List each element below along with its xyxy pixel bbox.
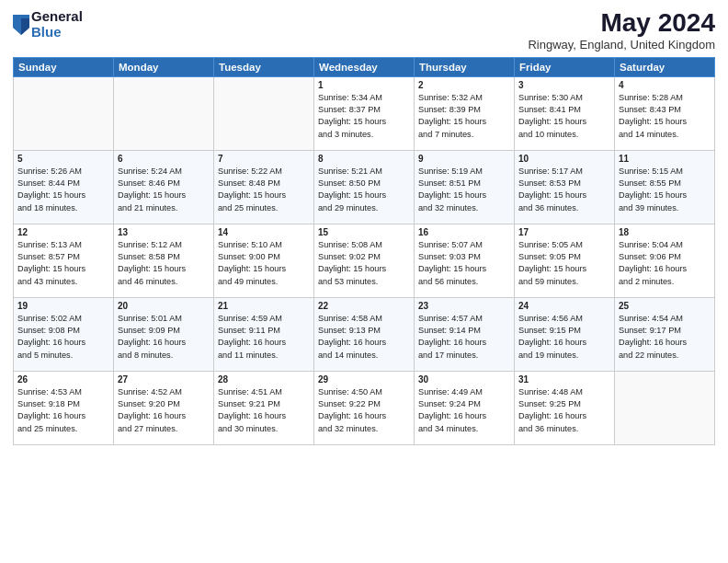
- calendar-cell: 3Sunrise: 5:30 AM Sunset: 8:41 PM Daylig…: [515, 76, 615, 150]
- calendar-cell: 28Sunrise: 4:51 AM Sunset: 9:21 PM Dayli…: [214, 371, 314, 444]
- calendar-cell: 26Sunrise: 4:53 AM Sunset: 9:18 PM Dayli…: [14, 371, 114, 444]
- col-tuesday: Tuesday: [214, 57, 314, 76]
- calendar-cell: [615, 371, 715, 444]
- calendar-cell: 16Sunrise: 5:07 AM Sunset: 9:03 PM Dayli…: [415, 224, 515, 297]
- day-info: Sunrise: 4:54 AM Sunset: 9:17 PM Dayligh…: [619, 313, 711, 362]
- day-number: 4: [619, 80, 711, 90]
- day-info: Sunrise: 5:08 AM Sunset: 9:02 PM Dayligh…: [318, 239, 410, 288]
- day-info: Sunrise: 5:13 AM Sunset: 8:57 PM Dayligh…: [17, 239, 109, 288]
- calendar-cell: 6Sunrise: 5:24 AM Sunset: 8:46 PM Daylig…: [114, 150, 214, 224]
- day-number: 17: [518, 227, 610, 237]
- calendar-cell: 14Sunrise: 5:10 AM Sunset: 9:00 PM Dayli…: [214, 224, 314, 297]
- calendar-cell: 11Sunrise: 5:15 AM Sunset: 8:55 PM Dayli…: [615, 150, 715, 224]
- calendar-cell: 2Sunrise: 5:32 AM Sunset: 8:39 PM Daylig…: [415, 76, 515, 150]
- day-number: 19: [17, 301, 109, 311]
- col-monday: Monday: [114, 57, 214, 76]
- calendar-header-row: Sunday Monday Tuesday Wednesday Thursday…: [14, 57, 715, 76]
- day-number: 21: [218, 301, 310, 311]
- calendar-cell: 25Sunrise: 4:54 AM Sunset: 9:17 PM Dayli…: [615, 297, 715, 371]
- calendar-cell: 17Sunrise: 5:05 AM Sunset: 9:05 PM Dayli…: [515, 224, 615, 297]
- day-info: Sunrise: 5:28 AM Sunset: 8:43 PM Dayligh…: [619, 92, 711, 141]
- calendar-cell: 18Sunrise: 5:04 AM Sunset: 9:06 PM Dayli…: [615, 224, 715, 297]
- calendar-cell: [14, 76, 114, 150]
- day-info: Sunrise: 5:04 AM Sunset: 9:06 PM Dayligh…: [619, 239, 711, 288]
- calendar-cell: 24Sunrise: 4:56 AM Sunset: 9:15 PM Dayli…: [515, 297, 615, 371]
- page-header: General Blue May 2024 Ringway, England, …: [13, 9, 715, 52]
- calendar-cell: 21Sunrise: 4:59 AM Sunset: 9:11 PM Dayli…: [214, 297, 314, 371]
- col-wednesday: Wednesday: [314, 57, 415, 76]
- col-thursday: Thursday: [415, 57, 515, 76]
- day-number: 9: [418, 154, 510, 164]
- day-number: 12: [17, 227, 109, 237]
- calendar-cell: 9Sunrise: 5:19 AM Sunset: 8:51 PM Daylig…: [415, 150, 515, 224]
- calendar-cell: 1Sunrise: 5:34 AM Sunset: 8:37 PM Daylig…: [314, 76, 415, 150]
- day-number: 1: [318, 80, 410, 90]
- calendar-cell: 22Sunrise: 4:58 AM Sunset: 9:13 PM Dayli…: [314, 297, 415, 371]
- day-info: Sunrise: 4:51 AM Sunset: 9:21 PM Dayligh…: [218, 386, 310, 435]
- calendar-cell: [214, 76, 314, 150]
- calendar-cell: 13Sunrise: 5:12 AM Sunset: 8:58 PM Dayli…: [114, 224, 214, 297]
- day-info: Sunrise: 4:49 AM Sunset: 9:24 PM Dayligh…: [418, 386, 510, 435]
- day-info: Sunrise: 4:53 AM Sunset: 9:18 PM Dayligh…: [17, 386, 109, 435]
- day-number: 7: [218, 154, 310, 164]
- day-number: 8: [318, 154, 410, 164]
- day-number: 23: [418, 301, 510, 311]
- day-number: 27: [118, 374, 210, 385]
- calendar-cell: 7Sunrise: 5:22 AM Sunset: 8:48 PM Daylig…: [214, 150, 314, 224]
- logo-blue-text: Blue: [31, 25, 83, 40]
- logo-general-text: General: [31, 9, 83, 25]
- calendar-table: Sunday Monday Tuesday Wednesday Thursday…: [13, 57, 715, 445]
- day-info: Sunrise: 5:22 AM Sunset: 8:48 PM Dayligh…: [218, 166, 310, 214]
- day-number: 13: [118, 227, 210, 237]
- day-info: Sunrise: 4:52 AM Sunset: 9:20 PM Dayligh…: [118, 386, 210, 435]
- day-number: 29: [318, 374, 410, 385]
- day-number: 16: [418, 227, 510, 237]
- day-info: Sunrise: 4:57 AM Sunset: 9:14 PM Dayligh…: [418, 313, 510, 362]
- day-number: 2: [418, 80, 510, 90]
- calendar-cell: 27Sunrise: 4:52 AM Sunset: 9:20 PM Dayli…: [114, 371, 214, 444]
- day-number: 18: [619, 227, 711, 237]
- day-number: 22: [318, 301, 410, 311]
- day-info: Sunrise: 4:48 AM Sunset: 9:25 PM Dayligh…: [518, 386, 610, 435]
- day-info: Sunrise: 4:50 AM Sunset: 9:22 PM Dayligh…: [318, 386, 410, 435]
- day-number: 14: [218, 227, 310, 237]
- calendar-week-5: 26Sunrise: 4:53 AM Sunset: 9:18 PM Dayli…: [14, 371, 715, 444]
- day-info: Sunrise: 5:12 AM Sunset: 8:58 PM Dayligh…: [118, 239, 210, 288]
- main-title: May 2024: [528, 9, 715, 38]
- logo: General Blue: [13, 9, 83, 40]
- calendar-cell: 30Sunrise: 4:49 AM Sunset: 9:24 PM Dayli…: [415, 371, 515, 444]
- day-info: Sunrise: 5:21 AM Sunset: 8:50 PM Dayligh…: [318, 166, 410, 214]
- day-info: Sunrise: 4:56 AM Sunset: 9:15 PM Dayligh…: [518, 313, 610, 362]
- col-saturday: Saturday: [615, 57, 715, 76]
- svg-marker-1: [21, 18, 29, 35]
- day-info: Sunrise: 5:24 AM Sunset: 8:46 PM Dayligh…: [118, 166, 210, 214]
- calendar-cell: 19Sunrise: 5:02 AM Sunset: 9:08 PM Dayli…: [14, 297, 114, 371]
- day-number: 3: [518, 80, 610, 90]
- col-friday: Friday: [515, 57, 615, 76]
- day-info: Sunrise: 5:02 AM Sunset: 9:08 PM Dayligh…: [17, 313, 109, 362]
- day-number: 11: [619, 154, 711, 164]
- logo-icon: [13, 15, 29, 35]
- day-number: 28: [218, 374, 310, 385]
- calendar-cell: 8Sunrise: 5:21 AM Sunset: 8:50 PM Daylig…: [314, 150, 415, 224]
- calendar-week-2: 5Sunrise: 5:26 AM Sunset: 8:44 PM Daylig…: [14, 150, 715, 224]
- calendar-cell: 23Sunrise: 4:57 AM Sunset: 9:14 PM Dayli…: [415, 297, 515, 371]
- calendar-week-3: 12Sunrise: 5:13 AM Sunset: 8:57 PM Dayli…: [14, 224, 715, 297]
- day-number: 10: [518, 154, 610, 164]
- day-info: Sunrise: 4:59 AM Sunset: 9:11 PM Dayligh…: [218, 313, 310, 362]
- calendar-cell: 12Sunrise: 5:13 AM Sunset: 8:57 PM Dayli…: [14, 224, 114, 297]
- day-info: Sunrise: 5:26 AM Sunset: 8:44 PM Dayligh…: [17, 166, 109, 214]
- day-number: 26: [17, 374, 109, 385]
- calendar-cell: 15Sunrise: 5:08 AM Sunset: 9:02 PM Dayli…: [314, 224, 415, 297]
- day-number: 24: [518, 301, 610, 311]
- calendar-cell: [114, 76, 214, 150]
- title-block: May 2024 Ringway, England, United Kingdo…: [528, 9, 715, 52]
- day-info: Sunrise: 5:34 AM Sunset: 8:37 PM Dayligh…: [318, 92, 410, 141]
- day-info: Sunrise: 5:30 AM Sunset: 8:41 PM Dayligh…: [518, 92, 610, 141]
- day-number: 5: [17, 154, 109, 164]
- day-info: Sunrise: 5:10 AM Sunset: 9:00 PM Dayligh…: [218, 239, 310, 288]
- day-info: Sunrise: 5:15 AM Sunset: 8:55 PM Dayligh…: [619, 166, 711, 214]
- day-number: 20: [118, 301, 210, 311]
- calendar-week-1: 1Sunrise: 5:34 AM Sunset: 8:37 PM Daylig…: [14, 76, 715, 150]
- calendar-cell: 29Sunrise: 4:50 AM Sunset: 9:22 PM Dayli…: [314, 371, 415, 444]
